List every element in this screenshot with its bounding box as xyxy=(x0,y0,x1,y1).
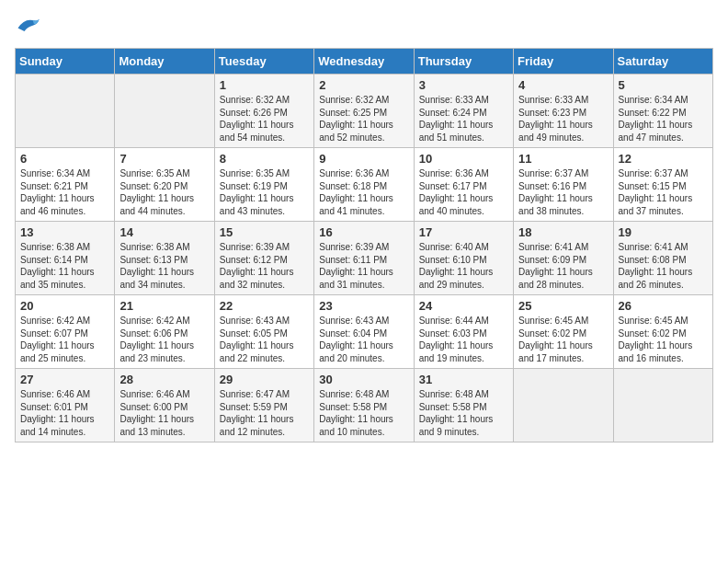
column-header-tuesday: Tuesday xyxy=(214,49,313,75)
cell-content: Sunrise: 6:33 AMSunset: 6:23 PMDaylight:… xyxy=(518,94,608,144)
calendar-cell xyxy=(115,75,214,148)
day-number: 1 xyxy=(220,78,309,92)
calendar-cell: 17Sunrise: 6:40 AMSunset: 6:10 PMDayligh… xyxy=(414,222,513,295)
calendar-cell xyxy=(514,369,613,442)
calendar-cell: 8Sunrise: 6:35 AMSunset: 6:19 PMDaylight… xyxy=(214,148,313,222)
calendar-cell: 16Sunrise: 6:39 AMSunset: 6:11 PMDayligh… xyxy=(314,222,414,295)
cell-content: Sunrise: 6:38 AMSunset: 6:13 PMDaylight:… xyxy=(119,241,209,291)
calendar-cell: 30Sunrise: 6:48 AMSunset: 5:58 PMDayligh… xyxy=(314,369,414,442)
calendar-cell: 23Sunrise: 6:43 AMSunset: 6:04 PMDayligh… xyxy=(314,295,414,369)
calendar-cell: 12Sunrise: 6:37 AMSunset: 6:15 PMDayligh… xyxy=(613,148,712,222)
calendar-cell: 29Sunrise: 6:47 AMSunset: 5:59 PMDayligh… xyxy=(214,369,313,442)
cell-content: Sunrise: 6:42 AMSunset: 6:06 PMDaylight:… xyxy=(119,315,209,364)
day-number: 26 xyxy=(619,299,708,313)
day-number: 17 xyxy=(419,225,508,239)
calendar-cell: 2Sunrise: 6:32 AMSunset: 6:25 PMDaylight… xyxy=(314,75,414,148)
day-number: 6 xyxy=(20,152,109,166)
calendar-cell: 19Sunrise: 6:41 AMSunset: 6:08 PMDayligh… xyxy=(613,222,712,295)
day-number: 14 xyxy=(119,225,209,239)
column-header-sunday: Sunday xyxy=(16,49,115,75)
day-number: 30 xyxy=(319,373,408,386)
calendar-cell: 20Sunrise: 6:42 AMSunset: 6:07 PMDayligh… xyxy=(16,295,115,369)
day-number: 18 xyxy=(518,225,608,239)
calendar-cell: 21Sunrise: 6:42 AMSunset: 6:06 PMDayligh… xyxy=(115,295,214,369)
day-number: 9 xyxy=(319,152,408,166)
day-number: 24 xyxy=(419,299,508,313)
calendar-cell: 11Sunrise: 6:37 AMSunset: 6:16 PMDayligh… xyxy=(514,148,613,222)
day-number: 29 xyxy=(220,373,309,386)
day-number: 7 xyxy=(119,152,209,166)
cell-content: Sunrise: 6:46 AMSunset: 6:00 PMDaylight:… xyxy=(119,388,209,438)
day-number: 4 xyxy=(518,78,608,92)
calendar-cell: 22Sunrise: 6:43 AMSunset: 6:05 PMDayligh… xyxy=(214,295,313,369)
day-number: 5 xyxy=(619,78,708,92)
calendar-cell: 4Sunrise: 6:33 AMSunset: 6:23 PMDaylight… xyxy=(514,75,613,148)
day-number: 15 xyxy=(220,225,309,239)
cell-content: Sunrise: 6:34 AMSunset: 6:21 PMDaylight:… xyxy=(20,167,109,217)
calendar-cell: 14Sunrise: 6:38 AMSunset: 6:13 PMDayligh… xyxy=(115,222,214,295)
day-number: 28 xyxy=(119,373,209,386)
calendar-cell: 13Sunrise: 6:38 AMSunset: 6:14 PMDayligh… xyxy=(16,222,115,295)
cell-content: Sunrise: 6:36 AMSunset: 6:17 PMDaylight:… xyxy=(419,167,508,217)
cell-content: Sunrise: 6:43 AMSunset: 6:05 PMDaylight:… xyxy=(220,315,309,364)
day-number: 10 xyxy=(419,152,508,166)
cell-content: Sunrise: 6:41 AMSunset: 6:09 PMDaylight:… xyxy=(518,241,608,291)
calendar-cell: 28Sunrise: 6:46 AMSunset: 6:00 PMDayligh… xyxy=(115,369,214,442)
column-header-thursday: Thursday xyxy=(414,49,513,75)
cell-content: Sunrise: 6:43 AMSunset: 6:04 PMDaylight:… xyxy=(319,315,408,364)
cell-content: Sunrise: 6:35 AMSunset: 6:20 PMDaylight:… xyxy=(119,167,209,217)
cell-content: Sunrise: 6:45 AMSunset: 6:02 PMDaylight:… xyxy=(518,315,608,364)
calendar-cell: 10Sunrise: 6:36 AMSunset: 6:17 PMDayligh… xyxy=(414,148,513,222)
calendar-cell: 7Sunrise: 6:35 AMSunset: 6:20 PMDaylight… xyxy=(115,148,214,222)
calendar-cell: 25Sunrise: 6:45 AMSunset: 6:02 PMDayligh… xyxy=(514,295,613,369)
calendar-cell: 6Sunrise: 6:34 AMSunset: 6:21 PMDaylight… xyxy=(16,148,115,222)
column-header-monday: Monday xyxy=(115,49,214,75)
calendar-cell: 15Sunrise: 6:39 AMSunset: 6:12 PMDayligh… xyxy=(214,222,313,295)
day-number: 16 xyxy=(319,225,408,239)
cell-content: Sunrise: 6:48 AMSunset: 5:58 PMDaylight:… xyxy=(319,388,408,438)
day-number: 8 xyxy=(220,152,309,166)
day-number: 27 xyxy=(20,373,109,386)
cell-content: Sunrise: 6:35 AMSunset: 6:19 PMDaylight:… xyxy=(220,167,309,217)
column-header-friday: Friday xyxy=(514,49,613,75)
calendar-cell: 1Sunrise: 6:32 AMSunset: 6:26 PMDaylight… xyxy=(214,75,313,148)
day-number: 22 xyxy=(220,299,309,313)
calendar-cell xyxy=(613,369,712,442)
day-number: 20 xyxy=(20,299,109,313)
day-number: 2 xyxy=(319,78,408,92)
cell-content: Sunrise: 6:33 AMSunset: 6:24 PMDaylight:… xyxy=(419,94,508,144)
cell-content: Sunrise: 6:32 AMSunset: 6:25 PMDaylight:… xyxy=(319,94,408,144)
cell-content: Sunrise: 6:40 AMSunset: 6:10 PMDaylight:… xyxy=(419,241,508,291)
calendar-cell: 5Sunrise: 6:34 AMSunset: 6:22 PMDaylight… xyxy=(613,75,712,148)
day-number: 13 xyxy=(20,225,109,239)
cell-content: Sunrise: 6:44 AMSunset: 6:03 PMDaylight:… xyxy=(419,315,508,364)
column-header-saturday: Saturday xyxy=(613,49,712,75)
day-number: 21 xyxy=(119,299,209,313)
day-number: 25 xyxy=(518,299,608,313)
day-number: 3 xyxy=(419,78,508,92)
column-header-wednesday: Wednesday xyxy=(314,49,414,75)
calendar-cell xyxy=(16,75,115,148)
cell-content: Sunrise: 6:45 AMSunset: 6:02 PMDaylight:… xyxy=(619,315,708,364)
cell-content: Sunrise: 6:37 AMSunset: 6:15 PMDaylight:… xyxy=(619,167,708,217)
logo-icon xyxy=(15,15,40,39)
calendar-table: SundayMondayTuesdayWednesdayThursdayFrid… xyxy=(15,48,713,442)
cell-content: Sunrise: 6:39 AMSunset: 6:11 PMDaylight:… xyxy=(319,241,408,291)
cell-content: Sunrise: 6:48 AMSunset: 5:58 PMDaylight:… xyxy=(419,388,508,438)
calendar-cell: 24Sunrise: 6:44 AMSunset: 6:03 PMDayligh… xyxy=(414,295,513,369)
cell-content: Sunrise: 6:47 AMSunset: 5:59 PMDaylight:… xyxy=(220,388,309,438)
calendar-cell: 27Sunrise: 6:46 AMSunset: 6:01 PMDayligh… xyxy=(16,369,115,442)
cell-content: Sunrise: 6:32 AMSunset: 6:26 PMDaylight:… xyxy=(220,94,309,144)
calendar-cell: 9Sunrise: 6:36 AMSunset: 6:18 PMDaylight… xyxy=(314,148,414,222)
page-header xyxy=(15,15,713,39)
calendar-cell: 31Sunrise: 6:48 AMSunset: 5:58 PMDayligh… xyxy=(414,369,513,442)
cell-content: Sunrise: 6:41 AMSunset: 6:08 PMDaylight:… xyxy=(619,241,708,291)
day-number: 12 xyxy=(619,152,708,166)
day-number: 11 xyxy=(518,152,608,166)
cell-content: Sunrise: 6:34 AMSunset: 6:22 PMDaylight:… xyxy=(619,94,708,144)
calendar-cell: 18Sunrise: 6:41 AMSunset: 6:09 PMDayligh… xyxy=(514,222,613,295)
day-number: 23 xyxy=(319,299,408,313)
cell-content: Sunrise: 6:37 AMSunset: 6:16 PMDaylight:… xyxy=(518,167,608,217)
cell-content: Sunrise: 6:39 AMSunset: 6:12 PMDaylight:… xyxy=(220,241,309,291)
calendar-cell: 26Sunrise: 6:45 AMSunset: 6:02 PMDayligh… xyxy=(613,295,712,369)
